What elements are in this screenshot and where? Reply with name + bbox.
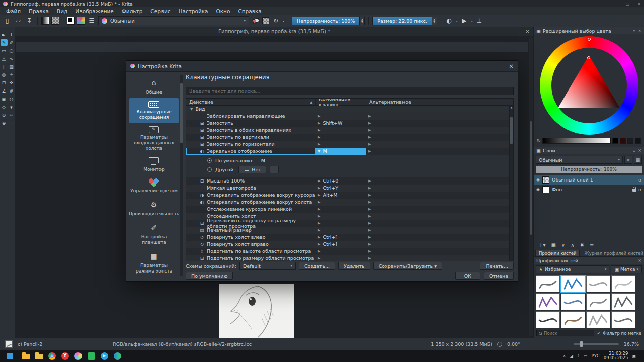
tool-dynamic-brush[interactable]: ✐ [8, 39, 15, 46]
dialog-titlebar[interactable]: Настройка Krita × [126, 61, 518, 72]
scrollbar-thumb[interactable] [510, 117, 513, 144]
tool-transform[interactable]: ► [1, 31, 8, 38]
alternate-cell[interactable]: ▶ [366, 255, 513, 261]
tool-contiguous-select[interactable]: ⊙ [1, 112, 8, 118]
shortcut-search-input[interactable] [186, 87, 514, 95]
fg-bg-color-chooser[interactable] [67, 17, 75, 25]
table-header[interactable]: Действие▲ Комбинация клавиш Альтернативн… [186, 99, 513, 106]
tool-ellipse-select[interactable]: ◎ [8, 96, 15, 102]
snap-icon[interactable]: ⊥ [475, 16, 484, 25]
shortcut-row[interactable]: ◐Отзеркалить отображение вокруг холста▶▶ [186, 199, 513, 206]
layer-properties-button[interactable]: ≡ [590, 242, 594, 248]
menu-item-4[interactable]: Фильтр [118, 8, 147, 14]
brush-preset[interactable] [611, 275, 635, 292]
tool-ellipse[interactable]: ○ [8, 47, 15, 54]
color-wheel[interactable] [540, 36, 638, 135]
shortcut-cell[interactable]: ▶ [316, 134, 366, 141]
tool-poly-select[interactable]: ◇ [1, 104, 8, 110]
shortcut-cell[interactable]: ▶ [316, 220, 366, 227]
close-docker-icon[interactable]: × [638, 258, 641, 263]
tool-assistants[interactable]: # [8, 87, 15, 94]
color-selector-docker-header[interactable]: ▣ Расширенный выбор цвета ▫× [534, 27, 644, 34]
tool-pan[interactable]: ☜ [8, 120, 15, 126]
layers-docker-header[interactable]: ▣ Слои ▫× [534, 147, 644, 154]
expander-icon[interactable]: ▼ [318, 149, 320, 153]
expander-icon[interactable]: ▶ [318, 142, 320, 146]
expander-icon[interactable]: ▶ [368, 193, 371, 197]
shortcut-cell[interactable]: ▶ [316, 113, 366, 120]
alternate-cell[interactable]: ▶ [366, 185, 513, 192]
taskbar-app-yandex[interactable] [58, 350, 71, 362]
alternate-cell[interactable]: ▶ [366, 220, 513, 227]
expander-icon[interactable]: ▶ [368, 235, 371, 239]
brush-preset[interactable] [536, 293, 560, 310]
delete-layer-button[interactable]: ✖ [580, 242, 584, 248]
wrap-around-icon[interactable]: ▶ [460, 16, 469, 25]
settings-category-stylus[interactable]: Настройка планшета [129, 220, 179, 248]
taskbar-app-folder[interactable] [32, 350, 45, 362]
shortcut-cell[interactable]: ▶ [316, 141, 366, 148]
network-icon[interactable]: ◢ [570, 354, 573, 358]
shortcut-row[interactable]: ⊡Переключить подгонку по размеру области… [186, 220, 513, 227]
default-radio[interactable] [207, 158, 212, 163]
menu-item-1[interactable]: Правка [25, 8, 53, 14]
expander-icon[interactable]: ▶ [368, 207, 371, 211]
tool-freehand-select[interactable]: ∗ [8, 104, 15, 110]
expander-icon[interactable]: ▶ [318, 128, 320, 132]
brush-preset-combo[interactable]: Обычный ▾ [98, 16, 249, 25]
scrollbar-thumb[interactable] [530, 121, 532, 235]
delete-scheme-button[interactable]: Удалить [338, 262, 370, 270]
expander-icon[interactable]: ▶ [318, 249, 320, 253]
blend-mode-combo[interactable]: Обычный ▾ [536, 156, 623, 164]
tab-brush-presets[interactable]: Профили кистей [535, 250, 580, 256]
shortcut-row[interactable]: Заблокировать направляющие▶▶ [186, 113, 513, 120]
spinbox-stepper[interactable]: ▲▼ [360, 17, 365, 25]
taskbar-app-explorer[interactable] [19, 350, 32, 362]
taskbar-app-telegram[interactable] [98, 350, 111, 362]
taskbar-app-edge[interactable] [111, 350, 124, 362]
cancel-button[interactable]: Отмена [484, 272, 514, 280]
header-alternate[interactable]: Альтернативное [369, 99, 411, 105]
alternate-cell[interactable]: ▶ [366, 241, 513, 248]
tool-polygon[interactable]: △ [1, 55, 8, 62]
expander-icon[interactable]: ▶ [368, 142, 371, 146]
brush-preset[interactable] [611, 293, 635, 310]
print-button[interactable]: Печать... [480, 262, 514, 270]
expander-icon[interactable]: ▶ [318, 221, 320, 225]
alternate-cell[interactable]: ▶ [366, 127, 513, 134]
brush-preset[interactable] [561, 311, 585, 328]
clear-shortcut-button[interactable] [270, 166, 279, 173]
tab-brush-history[interactable]: Журнал профилей кистей [581, 250, 644, 256]
expander-icon[interactable]: ▶ [368, 179, 371, 183]
expander-icon[interactable]: ▶ [368, 114, 371, 118]
shortcut-cell[interactable]: ▶Ctrl+] [316, 241, 366, 248]
color-chooser[interactable] [77, 17, 85, 25]
custom-radio[interactable] [207, 167, 212, 172]
sound-icon[interactable]: ♪ [577, 354, 580, 358]
tool-freehand-brush[interactable]: ✎ [1, 39, 8, 46]
settings-category-keyboard[interactable]: Клавиатурные сокращения [129, 98, 179, 123]
brush-preset[interactable] [611, 311, 635, 328]
maximize-icon[interactable]: ▢ [626, 2, 630, 6]
expander-icon[interactable]: ▶ [318, 235, 320, 239]
color-history-icon[interactable]: ↻ [537, 138, 541, 143]
action-center-icon[interactable]: ▣ [632, 354, 636, 358]
alternate-cell[interactable]: ▶ [366, 227, 513, 234]
shortcut-row[interactable]: ⊞Замостить▶Shift+W▶ [186, 120, 513, 127]
expander-icon[interactable]: ▶ [318, 200, 320, 204]
shortcut-cell[interactable]: ▼M [316, 148, 366, 155]
expander-icon[interactable]: ▶ [368, 135, 371, 139]
brush-search-input[interactable]: Поиск [536, 330, 594, 336]
menu-item-8[interactable]: Справка [234, 8, 265, 14]
alternate-cell[interactable]: ▶ [366, 113, 513, 120]
tag-button[interactable]: ▣ Метка ▾ [611, 265, 642, 273]
shortcut-row[interactable]: ⊡Подогнать по размеру области просмотра▶… [186, 255, 513, 261]
tray-expand-icon[interactable]: ∧ [563, 354, 566, 358]
alternate-cell[interactable]: ▶ [366, 248, 513, 255]
expander-icon[interactable]: ▶ [368, 121, 371, 125]
expander-icon[interactable]: ▶ [368, 214, 371, 218]
swatch[interactable] [620, 138, 626, 144]
alternate-cell[interactable]: ▶ [366, 234, 513, 241]
expander-icon[interactable]: ▶ [368, 200, 371, 204]
new-scheme-button[interactable]: Создать... [299, 262, 335, 270]
